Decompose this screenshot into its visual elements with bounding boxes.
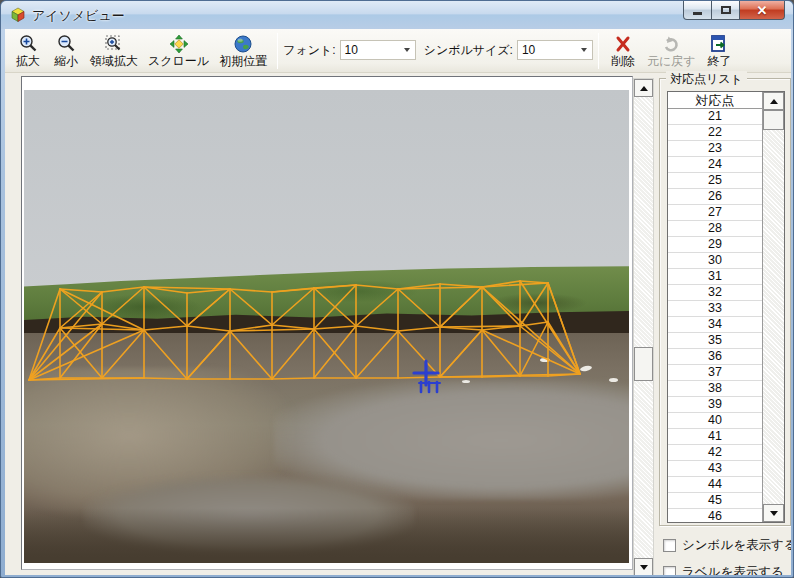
font-size-combobox[interactable]: 10 xyxy=(340,40,416,60)
zoom-in-button[interactable]: 拡大 xyxy=(9,31,47,70)
magnifier-plus-icon xyxy=(18,33,38,54)
maximize-icon xyxy=(721,6,731,14)
minimize-icon xyxy=(693,12,702,15)
toolbar: 拡大 縮小 領域拡大 スクロール xyxy=(5,29,791,73)
show-labels-label[interactable]: ラベルを表示する xyxy=(682,564,784,575)
symbol-size-label: シンボルサイズ: xyxy=(424,42,513,59)
zoom-out-label: 縮小 xyxy=(54,54,78,69)
undo-button[interactable]: 元に戻す xyxy=(642,31,701,70)
list-item[interactable]: 40 xyxy=(668,413,762,429)
scroll-down-button[interactable] xyxy=(634,558,653,575)
scrollbar-thumb[interactable] xyxy=(634,347,653,381)
globe-icon xyxy=(233,33,253,54)
points-rows: 2122232425262728293031323334353637383940… xyxy=(668,109,762,522)
arrow-up-icon xyxy=(640,86,648,91)
list-item[interactable]: 21 xyxy=(668,109,762,125)
four-way-arrow-icon xyxy=(169,33,189,54)
arrow-up-icon xyxy=(770,99,778,104)
window-title: アイソメビュー xyxy=(32,7,125,25)
region-zoom-icon xyxy=(103,33,125,54)
list-item[interactable]: 41 xyxy=(668,429,762,445)
chevron-down-icon xyxy=(577,41,592,59)
list-item[interactable]: 38 xyxy=(668,381,762,397)
list-item[interactable]: 30 xyxy=(668,253,762,269)
show-symbols-checkbox[interactable] xyxy=(663,539,676,552)
undo-label: 元に戻す xyxy=(647,54,696,69)
show-labels-checkbox-row: ラベルを表示する xyxy=(663,564,784,575)
isometric-viewport[interactable] xyxy=(21,76,633,570)
exit-button[interactable]: 終了 xyxy=(700,31,738,70)
list-item[interactable]: 25 xyxy=(668,173,762,189)
scroll-button[interactable]: スクロール xyxy=(143,31,214,70)
groupbox-title: 対応点リスト xyxy=(666,71,747,88)
list-item[interactable]: 37 xyxy=(668,365,762,381)
points-table: 対応点 212223242526272829303132333435363738… xyxy=(668,92,762,522)
exit-door-icon xyxy=(709,33,729,54)
list-item[interactable]: 22 xyxy=(668,125,762,141)
region-zoom-label: 領域拡大 xyxy=(90,54,138,69)
list-item[interactable]: 39 xyxy=(668,397,762,413)
viewport-vertical-scrollbar[interactable] xyxy=(633,78,654,575)
title-bar: アイソメビュー ✕ xyxy=(1,1,793,29)
list-item[interactable]: 33 xyxy=(668,301,762,317)
font-size-value: 10 xyxy=(341,43,400,57)
list-vertical-scrollbar[interactable] xyxy=(762,92,784,522)
exit-label: 終了 xyxy=(707,54,731,69)
list-item[interactable]: 45 xyxy=(668,493,762,509)
show-symbols-label[interactable]: シンボルを表示する xyxy=(682,537,791,554)
symbol-size-value: 10 xyxy=(518,43,577,57)
corresponding-points-groupbox: 対応点リスト 対応点 21222324252627282930313233343… xyxy=(659,78,791,526)
list-item[interactable]: 28 xyxy=(668,221,762,237)
list-item[interactable]: 34 xyxy=(668,317,762,333)
close-icon: ✕ xyxy=(757,3,768,18)
list-item[interactable]: 31 xyxy=(668,269,762,285)
show-symbols-checkbox-row: シンボルを表示する xyxy=(663,537,791,554)
magnifier-minus-icon xyxy=(56,33,76,54)
scroll-down-button[interactable] xyxy=(763,504,784,522)
list-item[interactable]: 43 xyxy=(668,461,762,477)
list-item[interactable]: 23 xyxy=(668,141,762,157)
region-zoom-button[interactable]: 領域拡大 xyxy=(85,31,143,70)
client-area: 拡大 縮小 領域拡大 スクロール xyxy=(5,29,791,575)
list-item[interactable]: 35 xyxy=(668,333,762,349)
minimize-button[interactable] xyxy=(683,1,712,20)
scrollbar-thumb[interactable] xyxy=(763,110,784,130)
scroll-up-button[interactable] xyxy=(634,79,653,97)
delete-label: 削除 xyxy=(611,54,635,69)
chevron-down-icon xyxy=(400,41,415,59)
font-size-label: フォント: xyxy=(283,42,335,59)
arrow-down-icon xyxy=(770,511,778,516)
points-column-header: 対応点 xyxy=(668,92,762,109)
app-window: アイソメビュー ✕ 拡大 縮小 xyxy=(0,0,794,578)
points-list: 対応点 212223242526272829303132333435363738… xyxy=(667,91,785,523)
undo-arrow-icon xyxy=(661,33,681,54)
show-labels-checkbox[interactable] xyxy=(663,566,676,575)
app-cube-icon xyxy=(10,7,26,23)
list-item[interactable]: 44 xyxy=(668,477,762,493)
initial-position-button[interactable]: 初期位置 xyxy=(214,31,272,70)
site-photo xyxy=(24,90,629,563)
scroll-label: スクロール xyxy=(148,54,209,69)
delete-button[interactable]: 削除 xyxy=(604,31,642,70)
list-item[interactable]: 36 xyxy=(668,349,762,365)
toolbar-separator xyxy=(277,33,278,69)
close-button[interactable]: ✕ xyxy=(740,1,785,20)
list-item[interactable]: 26 xyxy=(668,189,762,205)
list-item[interactable]: 27 xyxy=(668,205,762,221)
symbol-size-combobox[interactable]: 10 xyxy=(517,40,593,60)
initial-position-label: 初期位置 xyxy=(219,54,267,69)
list-item[interactable]: 46 xyxy=(668,509,762,522)
arrow-down-icon xyxy=(640,565,648,570)
zoom-in-label: 拡大 xyxy=(16,54,40,69)
list-item[interactable]: 24 xyxy=(668,157,762,173)
scroll-up-button[interactable] xyxy=(763,92,784,110)
list-item[interactable]: 32 xyxy=(668,285,762,301)
red-x-icon xyxy=(613,33,633,54)
maximize-button[interactable] xyxy=(712,1,740,20)
list-item[interactable]: 29 xyxy=(668,237,762,253)
toolbar-separator xyxy=(598,33,599,69)
tin-mesh-overlay xyxy=(24,90,629,563)
list-item[interactable]: 42 xyxy=(668,445,762,461)
zoom-out-button[interactable]: 縮小 xyxy=(47,31,85,70)
